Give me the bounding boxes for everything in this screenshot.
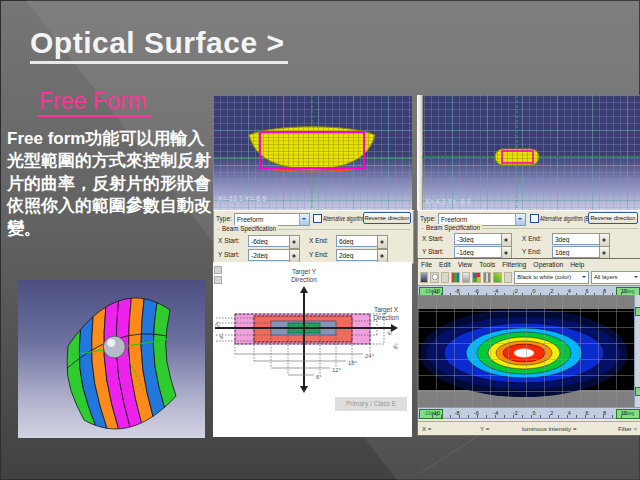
window-artifact [214, 266, 222, 274]
target-x-label-line1: Target X [374, 306, 399, 314]
ruler-tick: 6 [585, 410, 588, 416]
chart-icon[interactable] [493, 272, 501, 283]
ruler-tick: -4 [494, 288, 499, 294]
ruler-tick: 2 [550, 288, 553, 294]
type-value: Freeform [441, 216, 467, 223]
ruler-tick: 8 [603, 288, 606, 294]
freeform-label: Free Form [37, 88, 152, 117]
chevron-down-icon[interactable] [299, 214, 309, 225]
ruler-tick: -8 [455, 410, 460, 416]
menu-item[interactable]: Filtering [502, 261, 526, 268]
reverse-direction-button[interactable]: Reverse direction [363, 212, 411, 224]
toolbar: Black to white (color) All layers [418, 270, 640, 286]
status-luminous-intensity: luminous intensity = [522, 425, 577, 432]
primary-class-e-button[interactable]: Primary / Class E [335, 397, 407, 411]
scroll-marker[interactable] [635, 307, 640, 316]
reverse-direction-button[interactable]: Reverse direction [588, 212, 638, 224]
x-start-stepper[interactable] [501, 233, 512, 247]
y-end-input[interactable] [552, 246, 600, 258]
scroll-marker[interactable] [635, 387, 640, 396]
ruler-tick: -10 [432, 288, 440, 294]
x-start-input[interactable] [248, 235, 290, 247]
layers-dropdown[interactable]: All layers [591, 271, 640, 284]
x-end-stepper[interactable] [599, 233, 610, 247]
left-4-label: 4° [218, 332, 227, 341]
x-end-input[interactable] [552, 233, 600, 245]
menu-item[interactable]: Edit [439, 261, 451, 268]
menu-item[interactable]: File [421, 261, 432, 268]
beam-specification-group-label: Beam Specification [424, 224, 482, 231]
viewport-narrow-reflector[interactable]: X= 4.3 Y= -9.0 [417, 95, 640, 210]
freeform-settings-panel-2: Type: Freeform Alternative algorithm (Be… [417, 210, 640, 260]
palette-dropdown[interactable]: Black to white (color) [514, 271, 589, 284]
ruler-tick: 10 [621, 288, 627, 294]
compass-sphere-highlight [107, 339, 115, 347]
alternative-algorithm-checkbox[interactable] [530, 214, 539, 223]
x-start-stepper[interactable] [289, 235, 300, 249]
ruler-tick: 0 [532, 288, 535, 294]
dim-12-label: 12° [332, 367, 342, 373]
menu-item[interactable]: Tools [479, 261, 495, 268]
ruler-tick: 8 [603, 410, 606, 416]
status-filter: Filter < [618, 425, 637, 432]
x-start-label: X Start: [218, 237, 240, 244]
target-y-label-line1: Target Y [292, 268, 317, 276]
beam-specification-group-label: Beam Specification [220, 225, 278, 232]
save-icon[interactable] [420, 272, 428, 283]
alternative-algorithm-checkbox[interactable] [313, 214, 322, 223]
one-to-one-icon[interactable] [441, 272, 449, 283]
ruler-tick: -2 [513, 288, 518, 294]
viewport-grid [418, 295, 635, 407]
x-start-input[interactable] [454, 233, 502, 245]
x-end-input[interactable] [336, 235, 378, 247]
x-end-stepper[interactable] [377, 235, 388, 249]
page-title: Optical Surface > [30, 26, 288, 64]
y-start-label: Y Start: [422, 248, 444, 255]
y-end-input[interactable] [336, 249, 378, 261]
dim-18-label: 18° [348, 360, 358, 366]
type-label: Type: [216, 215, 232, 222]
right-8-label: 8° [392, 342, 401, 351]
menu-item[interactable]: View [458, 261, 473, 268]
x-end-label: X End: [522, 235, 542, 242]
compass-sphere [103, 336, 125, 358]
y-start-input[interactable] [248, 249, 290, 261]
measure-icon[interactable] [483, 272, 491, 283]
menu-item[interactable]: Operation [533, 261, 563, 268]
ruler-tick: 4 [568, 288, 571, 294]
cursor-position-status: X= 4.3 Y= -9.0 [425, 198, 471, 205]
presentation-slide: Optical Surface > Free Form Free form功能可… [0, 0, 640, 480]
dim-6-label: 6° [316, 374, 322, 380]
body-text: Free form功能可以用輸入光型範圍的方式來控制反射片的曲率，反射片的形狀會… [7, 128, 212, 240]
viewport-side-scrollbar[interactable] [634, 295, 640, 407]
ruler-tick: 2 [550, 410, 553, 416]
ruler-tick: -6 [474, 410, 479, 416]
beam-angle-diagram: Target Y Direction Target X Direction [213, 262, 412, 437]
y-start-stepper[interactable] [289, 249, 300, 263]
zoom-icon[interactable] [430, 272, 438, 283]
y-end-label: Y End: [309, 251, 328, 258]
status-bar: X = Y = luminous intensity = Filter < [418, 421, 640, 435]
type-value: Freeform [237, 216, 263, 223]
tree-icon[interactable] [504, 272, 512, 283]
x-start-label: X Start: [422, 235, 444, 242]
y-start-label: Y Start: [218, 251, 240, 258]
cursor-position-status: X=-13.1 Y=-6.9 [218, 195, 266, 202]
chevron-down-icon[interactable] [515, 214, 525, 225]
ruler-tick: 10 [621, 410, 627, 416]
y-start-input[interactable] [454, 246, 502, 258]
viewport-wide-reflector[interactable]: X=-13.1 Y=-6.9 [213, 95, 412, 210]
layers-icon[interactable] [472, 272, 480, 283]
ruler-tick: 0 [532, 410, 535, 416]
ruler-tick-labels: -10-8-6-4-20246810 [432, 408, 627, 418]
delete-icon[interactable] [462, 272, 470, 283]
y-end-stepper[interactable] [377, 249, 388, 263]
status-x: X = [422, 425, 431, 432]
menu-item[interactable]: Help [570, 261, 584, 268]
palette-icon[interactable] [451, 272, 459, 283]
ruler-tick: -2 [513, 410, 518, 416]
y-end-label: Y End: [522, 248, 541, 255]
intensity-map-viewport[interactable] [418, 295, 635, 407]
type-label: Type: [420, 215, 436, 222]
status-y: Y = [480, 425, 489, 432]
